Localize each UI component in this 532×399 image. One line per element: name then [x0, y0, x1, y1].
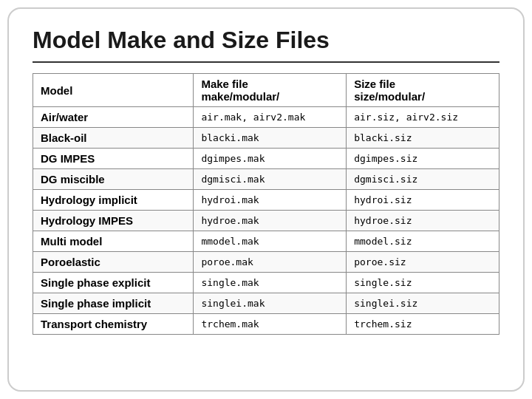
cell-model: Multi model — [33, 231, 194, 252]
cell-make: mmodel.mak — [194, 231, 347, 252]
cell-make: single.mak — [194, 273, 347, 293]
table-row: Hydrology implicithydroi.makhydroi.siz — [33, 190, 499, 211]
cell-model: Transport chemistry — [33, 314, 194, 335]
table-row: Single phase explicitsingle.maksingle.si… — [33, 273, 499, 293]
cell-size: poroe.siz — [347, 252, 499, 273]
cell-size: mmodel.siz — [347, 231, 499, 252]
cell-make: hydroi.mak — [194, 190, 347, 211]
cell-make: poroe.mak — [194, 252, 347, 273]
cell-model: Hydrology implicit — [33, 190, 194, 211]
table-row: DG IMPESdgimpes.makdgimpes.siz — [33, 149, 499, 169]
cell-size: dgimpes.siz — [347, 149, 499, 169]
cell-size: trchem.siz — [347, 314, 499, 335]
cell-model: Hydrology IMPES — [33, 211, 194, 231]
cell-make: blacki.mak — [194, 128, 347, 149]
table-row: Hydrology IMPEShydroe.makhydroe.siz — [33, 211, 499, 231]
cell-size: singlei.siz — [347, 293, 499, 314]
col-header-makefile: Make file make/modular/ — [194, 74, 347, 107]
table-row: Black-oilblacki.makblacki.siz — [33, 128, 499, 149]
cell-model: Single phase implicit — [33, 293, 194, 314]
cell-model: DG IMPES — [33, 149, 194, 169]
cell-size: dgmisci.siz — [347, 169, 499, 190]
table-row: Multi modelmmodel.makmmodel.siz — [33, 231, 499, 252]
cell-make: air.mak, airv2.mak — [194, 107, 347, 128]
cell-model: Poroelastic — [33, 252, 194, 273]
col-header-sizefile: Size file size/modular/ — [347, 74, 499, 107]
cell-size: blacki.siz — [347, 128, 499, 149]
cell-model: DG miscible — [33, 169, 194, 190]
slide-title: Model Make and Size Files — [33, 27, 499, 54]
table-row: Poroelasticporoe.makporoe.siz — [33, 252, 499, 273]
cell-model: Air/water — [33, 107, 194, 128]
cell-make: dgimpes.mak — [194, 149, 347, 169]
table-row: DG miscibledgmisci.makdgmisci.siz — [33, 169, 499, 190]
slide-container: Model Make and Size Files Model Make fil… — [7, 7, 525, 392]
cell-make: trchem.mak — [194, 314, 347, 335]
cell-make: hydroe.mak — [194, 211, 347, 231]
data-table: Model Make file make/modular/ Size file … — [33, 73, 499, 335]
cell-size: single.siz — [347, 273, 499, 293]
table-row: Single phase implicitsinglei.maksinglei.… — [33, 293, 499, 314]
table-row: Air/waterair.mak, airv2.makair.siz, airv… — [33, 107, 499, 128]
cell-size: hydroi.siz — [347, 190, 499, 211]
cell-size: hydroe.siz — [347, 211, 499, 231]
col-header-model: Model — [33, 74, 194, 107]
title-divider — [33, 61, 499, 63]
cell-make: dgmisci.mak — [194, 169, 347, 190]
cell-size: air.siz, airv2.siz — [347, 107, 499, 128]
cell-make: singlei.mak — [194, 293, 347, 314]
cell-model: Single phase explicit — [33, 273, 194, 293]
table-row: Transport chemistrytrchem.maktrchem.siz — [33, 314, 499, 335]
cell-model: Black-oil — [33, 128, 194, 149]
table-header-row: Model Make file make/modular/ Size file … — [33, 74, 499, 107]
